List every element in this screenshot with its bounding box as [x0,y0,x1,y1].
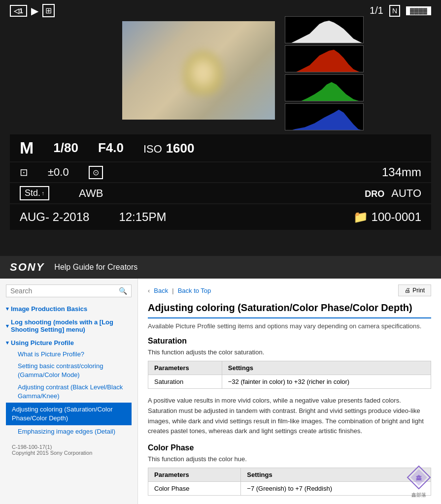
search-input[interactable] [10,287,119,295]
breadcrumb-top[interactable]: Back to Top [178,287,211,294]
battery-icon: ▓▓▓▓ [406,6,431,15]
sidebar: 🔍 Image Production Basics Log shooting (… [0,279,138,504]
breadcrumb-bar: ‹ Back | Back to Top 🖨 Print [148,284,431,296]
histograms [285,16,364,130]
section-heading-saturation: Saturation [148,337,431,346]
color-phase-table: Parameters Settings Color Phase −7 (Gree… [148,468,431,496]
camera-info: M 1/80 F4.0 ISO 1600 ⊡ ±0.0 ⊙ 134mm Std.… [0,134,441,230]
camera-top-left: ◁1 ▶ ⊞ [10,4,55,17]
camera-mode: M [20,138,34,158]
nav-item-emphasizing-edges[interactable]: Emphasizing image edges (Detail) [6,426,132,438]
table-row: Saturation −32 (fainter in color) to +32… [148,375,431,389]
frame-counter: 1/1 [370,5,383,16]
breadcrumb-separator: | [172,287,173,294]
nav-item-what-is-profile[interactable]: What is Picture Profile? [6,348,132,360]
table-col-parameters: Parameters [148,361,222,375]
sony-logo: SONY [10,261,44,274]
table-cell-setting: −32 (fainter in color) to +32 (richer in… [222,375,431,389]
svg-marker-1 [285,50,363,72]
article-note: Available Picture Profile setting items … [148,322,431,330]
content-area: 🔍 Image Production Basics Log shooting (… [0,279,441,504]
camera-ev: ±0.0 [48,166,69,179]
nav-section-log-shooting: Log shooting (models with a [Log Shootin… [6,316,132,335]
footer-copyright-id: C-198-100-17(1) [12,444,126,450]
folder-icon: 📁 [353,210,372,223]
breadcrumb: ‹ Back | Back to Top [148,287,211,294]
svg-text:鑫: 鑫 [416,474,422,481]
camera-info-row-1: M 1/80 F4.0 ISO 1600 [10,134,431,161]
camera-grid-icon: ⊞ [42,4,55,17]
histogram-white [285,16,364,43]
nav-section-using-profile: Using Picture Profile What is Picture Pr… [6,337,132,438]
viewfinder [122,21,275,120]
camera-ev-icon: ⊡ [20,166,28,178]
watermark-text: 鑫部落 [407,492,431,499]
nav-item-basic-contrast[interactable]: Setting basic contrast/coloring (Gamma/C… [6,360,132,381]
table-cell-param: Saturation [148,375,222,389]
nav-section-title-image-basics[interactable]: Image Production Basics [6,303,132,315]
nav-section-image-basics: Image Production Basics [6,303,132,315]
section-desc-saturation: This function adjusts the color saturati… [148,348,431,356]
nav-item-adjusting-coloring[interactable]: Adjusting coloring (Saturation/Color Pha… [6,403,132,425]
watermark: 鑫 鑫部落 [407,465,431,499]
sidebar-footer: C-198-100-17(1) Copyright 2015 Sony Corp… [6,440,132,460]
camera-aperture: F4.0 [98,140,124,156]
camera-mode-icon-2: ▶ [31,5,38,17]
article-title: Adjusting coloring (Saturation/Color Pha… [148,302,431,318]
footer-copyright-text: Copyright 2015 Sony Corporation [12,450,126,456]
camera-info-row-2: ⊡ ±0.0 ⊙ 134mm [10,162,431,182]
camera-dro: DRO AUTO [365,187,421,200]
camera-time: 12:15PM [119,210,166,224]
search-icon: 🔍 [119,287,127,295]
table-cell-setting-2: −7 (Greenish) to +7 (Reddish) [241,482,431,496]
table-cell-param-2: Color Phase [148,482,241,496]
svg-marker-0 [285,21,363,43]
histogram-blue [285,103,364,130]
article-body-saturation: A positive value results in more vivid c… [148,396,431,437]
search-box[interactable]: 🔍 [6,284,132,297]
section-desc-color-phase: This function adjusts the color hue. [148,455,431,463]
histogram-green [285,74,364,101]
section-heading-color-phase: Color Phase [148,443,431,452]
camera-folder: 📁 100-0001 [353,210,421,224]
breadcrumb-back[interactable]: Back [154,287,168,294]
camera-ui: ◁1 ▶ ⊞ 1/1 N ▓▓▓▓ [0,0,441,256]
table-col-settings: Settings [222,361,431,375]
main-content: ‹ Back | Back to Top 🖨 Print Adjusting c… [138,279,441,504]
svg-marker-3 [285,110,363,130]
camera-picture-style: Std. ↑ [20,186,49,200]
camera-info-row-3: Std. ↑ AWB DRO AUTO [10,183,431,203]
camera-main-area [0,21,441,130]
histogram-red [285,45,364,72]
help-guide-title: Help Guide for Creators [54,263,137,272]
camera-focal-length: 134mm [382,165,421,179]
table-col-settings-2: Settings [241,468,431,482]
help-header: SONY Help Guide for Creators [0,256,441,279]
camera-info-row-4: AUG- 2-2018 12:15PM 📁 100-0001 [10,204,431,230]
printer-icon: 🖨 [405,287,410,294]
table-row: Color Phase −7 (Greenish) to +7 (Reddish… [148,482,431,496]
camera-shutter: 1/80 [53,140,78,156]
camera-wb: AWB [79,187,103,200]
camera-top-bar: ◁1 ▶ ⊞ 1/1 N ▓▓▓▓ [0,0,441,21]
nav-item-adjusting-contrast[interactable]: Adjusting contrast (Black Level/Black Ga… [6,381,132,402]
nav-section-title-using-profile[interactable]: Using Picture Profile [6,337,132,348]
camera-mode-icon-1: ◁1 [10,5,27,17]
camera-top-right: 1/1 N ▓▓▓▓ [370,5,431,17]
nav-section-title-log-shooting[interactable]: Log shooting (models with a [Log Shootin… [6,316,132,335]
camera-date: AUG- 2-2018 [20,210,89,224]
table-col-parameters-2: Parameters [148,468,241,482]
nfc-icon: N [389,5,400,17]
svg-marker-2 [285,82,363,101]
camera-iso: ISO 1600 [143,140,195,156]
camera-metering-icon: ⊙ [89,166,103,179]
saturation-table: Parameters Settings Saturation −32 (fain… [148,361,431,389]
print-button[interactable]: 🖨 Print [398,284,431,296]
